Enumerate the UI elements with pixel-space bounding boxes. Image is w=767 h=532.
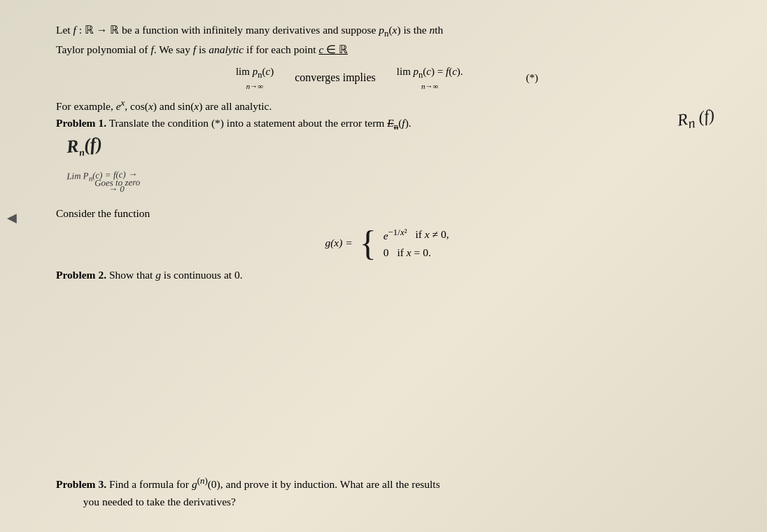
problem1-line: Problem 1. Translate the condition (*) i…: [56, 117, 718, 132]
left-nav-arrow[interactable]: ◀: [7, 210, 17, 225]
piecewise-case1: e−1/x² if x ≠ 0,: [384, 227, 449, 242]
limit2-block: lim pn(c) = f(c). n→∞: [397, 66, 463, 90]
case1-cond: if x ≠ 0,: [416, 228, 449, 241]
limit1-block: lim pn(c) n→∞: [236, 66, 274, 90]
problem2-label: Problem 2.: [56, 269, 106, 281]
problem3-block: Problem 3. Find a formula for g(n)(0), a…: [56, 473, 718, 511]
problem3-label: Problem 3.: [56, 478, 106, 490]
intro-text-line2: Taylor polynomial of f. We say f is anal…: [56, 43, 348, 55]
intro-paragraph: Let f : ℝ → ℝ be a function with infinit…: [56, 21, 718, 59]
consider-text: Consider the function: [56, 207, 150, 219]
piecewise-lhs: g(x) =: [325, 237, 352, 249]
piecewise-cases: e−1/x² if x ≠ 0, 0 if x = 0.: [384, 227, 449, 259]
piecewise-case2: 0 if x = 0.: [384, 246, 449, 259]
problem3-line2: you needed to take the derivatives?: [83, 496, 236, 507]
piecewise-brace: {: [360, 225, 377, 260]
consider-line: Consider the function: [56, 207, 718, 220]
handwriting-rn-large: Rn(f): [66, 134, 104, 160]
case1-expr: e−1/x²: [384, 227, 407, 242]
page: ◀ Let f : ℝ → ℝ be a function with infin…: [0, 0, 767, 532]
star-marker: (*): [526, 72, 539, 84]
limit1-expression: lim pn(c): [236, 66, 274, 80]
problem2-line: Problem 2. Show that g is continuous at …: [56, 269, 718, 281]
intro-text-line1: Let f : ℝ → ℝ be a function with infinit…: [56, 24, 443, 36]
handwriting-line4: → 0: [108, 183, 718, 195]
limit-row: lim pn(c) n→∞ converges implies lim pn(c…: [56, 66, 718, 90]
problem1-label: Problem 1.: [56, 117, 106, 129]
example-text: For example, ex, cos(x) and sin(x) are a…: [56, 97, 272, 113]
case2-expr: 0: [384, 246, 389, 259]
converges-text: converges implies: [295, 71, 376, 84]
problem2-text: Show that g is continuous at 0.: [109, 269, 243, 281]
handwriting-area: Rn(f) Lim Pn(c) = f(c) → Goes to zero → …: [66, 135, 718, 195]
example-line: For example, ex, cos(x) and sin(x) are a…: [56, 97, 718, 113]
problem1-text: Translate the condition (*) into a state…: [109, 117, 411, 129]
problem3-text: Find a formula for g(n)(0), and prove it…: [109, 478, 440, 490]
limit2-expression: lim pn(c) = f(c).: [397, 66, 463, 80]
limit1-subscript: n→∞: [246, 82, 263, 90]
case2-cond: if x = 0.: [397, 246, 430, 259]
piecewise-function: g(x) = { e−1/x² if x ≠ 0, 0 if x = 0.: [56, 225, 718, 260]
limit2-subscript: n→∞: [421, 82, 438, 90]
